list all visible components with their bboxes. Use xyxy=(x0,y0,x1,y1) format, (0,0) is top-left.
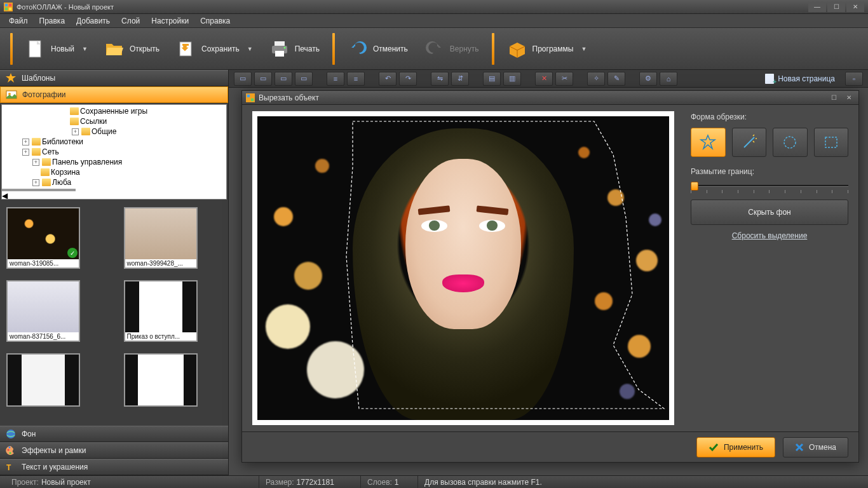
folder-tree[interactable]: Сохраненные игры Ссылки+ Общие+ Библиоте… xyxy=(1,104,227,200)
tree-item[interactable]: Ссылки xyxy=(4,116,224,126)
svg-rect-10 xyxy=(275,51,284,57)
thumbnail[interactable]: Приказ о вступл... xyxy=(124,280,198,342)
redo-button[interactable]: Вернуть xyxy=(418,33,485,65)
rotate-right-icon[interactable]: ↷ xyxy=(399,72,417,86)
menu-layer[interactable]: Слой xyxy=(116,15,145,27)
save-button[interactable]: Сохранить ▼ xyxy=(170,33,259,65)
check-icon xyxy=(709,442,719,452)
thumbnail[interactable]: woman-837156_6... xyxy=(6,280,80,342)
panel-background[interactable]: Фон xyxy=(0,426,228,442)
panel-effects[interactable]: Эффекты и рамки xyxy=(0,442,228,459)
shape-rect-button[interactable] xyxy=(814,128,849,157)
tree-item[interactable]: + Панель управления xyxy=(4,157,224,167)
panel-templates[interactable]: Шаблоны xyxy=(0,70,228,86)
tree-item[interactable]: Корзина xyxy=(4,167,224,177)
flip-v-icon[interactable]: ⇵ xyxy=(451,72,469,86)
menu-help[interactable]: Справка xyxy=(195,15,235,27)
menu-settings[interactable]: Настройки xyxy=(146,15,194,27)
flip-h-icon[interactable]: ⇋ xyxy=(431,72,449,86)
folder-icon xyxy=(70,118,79,125)
main-toolbar: Новый ▼ Открыть Сохранить ▼ Печать Отмен… xyxy=(0,28,868,70)
reset-selection-link[interactable]: Сбросить выделение xyxy=(691,231,848,240)
svg-rect-21 xyxy=(251,98,254,100)
status-bar: Проект: Новый проект Размер: 1772x1181 С… xyxy=(0,475,868,488)
svg-point-17 xyxy=(10,452,11,454)
canvas-area xyxy=(242,105,681,431)
thumbnail[interactable]: woman-3999428_... xyxy=(124,207,198,269)
tool-icon[interactable]: ⌂ xyxy=(660,72,677,86)
shape-wand-button[interactable] xyxy=(732,128,767,157)
dialog-close-button[interactable]: ✕ xyxy=(843,93,855,102)
dialog-maximize-button[interactable]: ☐ xyxy=(828,93,839,102)
tree-item[interactable]: + Библиотеки xyxy=(4,137,224,147)
toolbar-separator xyxy=(10,33,13,65)
slider-thumb[interactable] xyxy=(691,182,698,191)
menu-add[interactable]: Добавить xyxy=(71,15,115,27)
tool-icon[interactable]: ▭ xyxy=(275,72,292,86)
folder-icon xyxy=(32,138,41,146)
tool-icon[interactable]: ✎ xyxy=(607,72,625,86)
panel-photos[interactable]: Фотографии xyxy=(0,86,228,103)
layer-icon[interactable]: ▤ xyxy=(483,72,501,86)
gear-icon[interactable]: ⚙ xyxy=(639,72,657,86)
programs-button[interactable]: Программы ▼ xyxy=(501,33,593,65)
svg-rect-8 xyxy=(275,41,285,46)
page-icon[interactable]: ▫ xyxy=(845,72,863,86)
expand-icon[interactable]: + xyxy=(32,179,39,186)
cancel-button[interactable]: Отмена xyxy=(783,437,848,458)
menu-file[interactable]: Файл xyxy=(4,15,33,27)
redo-icon xyxy=(424,39,445,59)
new-file-icon xyxy=(25,39,46,59)
maximize-button[interactable]: ☐ xyxy=(827,2,845,12)
new-button[interactable]: Новый ▼ xyxy=(19,33,94,65)
tool-icon[interactable]: ▭ xyxy=(254,72,272,86)
close-button[interactable]: ✕ xyxy=(846,2,864,12)
folder-icon xyxy=(70,107,79,115)
thumbnail[interactable] xyxy=(124,353,198,407)
globe-icon xyxy=(5,428,17,440)
scroll-left-icon[interactable]: ◀ xyxy=(2,191,226,200)
close-icon xyxy=(795,443,804,452)
layer-icon[interactable]: ▥ xyxy=(503,72,521,86)
svg-rect-3 xyxy=(5,7,8,10)
svg-rect-4 xyxy=(9,7,11,10)
svg-rect-1 xyxy=(5,3,8,6)
menu-edit[interactable]: Правка xyxy=(34,15,71,27)
print-button[interactable]: Печать xyxy=(263,33,326,65)
delete-icon[interactable]: ✕ xyxy=(535,72,553,86)
crop-icon[interactable]: ✂ xyxy=(555,72,573,86)
tool-icon[interactable]: ▭ xyxy=(295,72,313,86)
tree-item[interactable]: + Сеть xyxy=(4,147,224,157)
shape-freehand-button[interactable] xyxy=(691,128,726,157)
folder-icon xyxy=(41,168,50,176)
folder-icon xyxy=(32,148,41,156)
tool-icon[interactable]: ✧ xyxy=(587,72,605,86)
blur-label: Размытие границ: xyxy=(691,167,848,176)
panel-text[interactable]: T Текст и украшения xyxy=(0,459,228,475)
open-button[interactable]: Открыть xyxy=(98,33,166,65)
tree-item[interactable]: Сохраненные игры xyxy=(4,106,224,116)
rotate-left-icon[interactable]: ↶ xyxy=(379,72,397,86)
new-page-button[interactable]: Новая страница xyxy=(761,74,839,84)
tree-item[interactable]: + Общие xyxy=(4,126,224,137)
new-page-icon xyxy=(765,74,774,84)
hide-background-button[interactable]: Скрыть фон xyxy=(691,200,848,225)
expand-icon[interactable]: + xyxy=(32,159,39,166)
shape-ellipse-button[interactable] xyxy=(773,128,808,157)
svg-rect-23 xyxy=(825,137,837,147)
canvas-image[interactable] xyxy=(257,116,669,420)
align-icon[interactable]: ≡ xyxy=(347,72,365,86)
tree-item[interactable]: + Люба xyxy=(4,177,224,187)
undo-button[interactable]: Отменить xyxy=(341,33,414,65)
thumbnail[interactable]: ✓woman-319085... xyxy=(6,207,80,269)
align-icon[interactable]: ≡ xyxy=(327,72,344,86)
expand-icon[interactable]: + xyxy=(22,149,29,156)
minimize-button[interactable]: — xyxy=(808,2,826,12)
blur-slider[interactable] xyxy=(691,182,848,193)
thumbnail[interactable] xyxy=(6,353,80,407)
expand-icon[interactable]: + xyxy=(72,128,79,135)
status-help: Для вызова справки нажмите F1. xyxy=(424,478,542,487)
tool-icon[interactable]: ▭ xyxy=(234,72,252,86)
expand-icon[interactable]: + xyxy=(22,139,29,146)
apply-button[interactable]: Применить xyxy=(696,437,775,458)
